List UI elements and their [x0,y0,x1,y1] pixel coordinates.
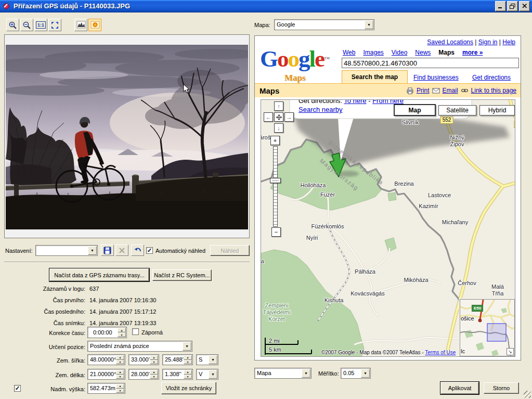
map-provider-select[interactable]: Google ▼ [274,19,374,30]
help-link[interactable]: Help [502,38,515,46]
spin-down-icon[interactable]: ▼ [150,360,158,365]
preview-button[interactable]: Náhled [210,245,250,256]
auto-preview-checkbox[interactable]: ✓ [146,247,153,254]
terms-of-use-link[interactable]: Terms of Use [425,350,456,355]
spin-up-icon[interactable]: ▲ [150,370,158,375]
longitude-sec-value: 1.308'' [165,371,181,377]
sunlight-button[interactable] [88,19,101,31]
map-search-input[interactable] [342,58,519,68]
latitude-sec-spinner[interactable]: 25.488'' ▲▼ [162,354,193,365]
position-mode-select[interactable]: Poslední známá pozice ▼ [87,341,192,352]
overview-minimap[interactable]: E50 ošice lc ↘ [460,299,515,356]
restore-button[interactable] [507,1,518,11]
nav-web[interactable]: Web [343,49,355,56]
histogram-button[interactable] [74,19,87,31]
scale-select[interactable]: 0.05 ▼ [341,368,371,379]
chevron-down-icon[interactable]: ▼ [183,342,191,351]
spin-down-icon[interactable]: ▼ [184,360,192,365]
email-link[interactable]: Email [443,87,458,94]
nav-news[interactable]: News [415,49,431,56]
saved-locations-link[interactable]: Saved Locations [427,38,473,46]
pan-right-button[interactable]: → [284,112,294,122]
spin-down-icon[interactable]: ▼ [116,389,124,393]
pan-center-button[interactable] [274,112,283,122]
spin-up-icon[interactable]: ▲ [184,370,192,375]
chevron-down-icon[interactable]: ▼ [88,246,97,255]
nav-images[interactable]: Images [363,49,383,56]
pan-left-button[interactable]: ← [264,112,273,122]
spin-up-icon[interactable]: ▲ [116,370,124,375]
chevron-down-icon[interactable]: ▼ [209,370,217,379]
hybrid-view-button[interactable]: Hybrid [479,105,515,115]
map-view-button[interactable]: Map [394,104,436,116]
fit-to-window-button[interactable] [48,19,61,31]
undo-button[interactable] [131,244,144,256]
latitude-hemisphere-select[interactable]: S ▼ [196,354,218,365]
longitude-hemisphere-select[interactable]: V ▼ [196,369,218,380]
spin-down-icon[interactable]: ▼ [118,332,126,337]
tab-find-businesses[interactable]: Find businesses [413,74,459,81]
longitude-deg-spinner[interactable]: 21.00000° ▲▼ [87,369,125,380]
print-link[interactable]: Print [417,87,430,94]
pan-down-button[interactable]: ↓ [274,123,283,133]
tab-search-the-map[interactable]: Search the map [342,70,408,83]
sign-in-link[interactable]: Sign in [478,38,498,46]
link-to-page-link[interactable]: Link to this page [471,87,516,94]
longitude-sec-spinner[interactable]: 1.308'' ▲▼ [162,369,193,380]
nav-video[interactable]: Video [392,49,407,56]
tab-get-directions[interactable]: Get directions [472,74,511,81]
spin-up-icon[interactable]: ▲ [116,355,124,360]
spin-up-icon[interactable]: ▲ [150,355,158,360]
spin-up-icon[interactable]: ▲ [118,328,126,332]
close-button[interactable] [519,1,530,11]
negative-checkbox[interactable] [132,328,139,335]
close-icon [522,3,528,9]
map-canvas[interactable]: Get directions: To here - From here Sear… [261,99,515,357]
map-label: Hollóháza [301,182,326,189]
search-nearby-link[interactable]: Search nearby [299,106,343,113]
zoom-slider-track[interactable] [273,146,278,227]
latitude-deg-spinner[interactable]: 48.00000° ▲▼ [87,354,125,365]
to-here-link[interactable]: To here [344,99,366,105]
zoom-in-map-button[interactable]: + [270,136,280,145]
time-correction-spinner[interactable]: 0:00:00 ▲▼ [87,327,127,338]
zoom-actual-size-button[interactable]: 1:1 [34,19,47,31]
negative-label: Záporná [141,329,163,336]
apply-button[interactable]: Aplikovat [440,382,479,394]
delete-preset-button[interactable] [115,244,128,256]
zoom-out-map-button[interactable]: − [271,227,281,237]
chevron-down-icon[interactable]: ▼ [302,369,310,378]
longitude-min-value: 28.000' [131,371,150,377]
minimap-collapse-button[interactable]: ↘ [507,348,514,355]
chevron-down-icon[interactable]: ▼ [365,20,373,29]
nav-more[interactable]: more » [462,49,483,56]
save-preset-button[interactable] [101,244,114,256]
cancel-button[interactable]: Storno [484,382,519,394]
zoom-out-button[interactable] [20,19,33,31]
minimize-button[interactable] [495,1,506,11]
altitude-label: Nadm. výška: [4,386,85,392]
chevron-down-icon[interactable]: ▼ [209,355,217,364]
zoom-slider-handle[interactable] [270,178,281,183]
spin-up-icon[interactable]: ▲ [184,355,192,360]
satellite-view-button[interactable]: Satellite [438,105,476,115]
titlebar[interactable]: Přiřazení GPS údajů - P1140033.JPG [0,0,532,12]
spin-down-icon[interactable]: ▼ [150,375,158,379]
map-mode-select[interactable]: Mapa ▼ [254,368,312,379]
longitude-min-spinner[interactable]: 28.000' ▲▼ [128,369,159,380]
settings-preset-select[interactable]: ▼ [35,245,98,256]
pan-up-button[interactable]: ↑ [274,101,283,111]
altitude-spinner[interactable]: 582.473m ▲▼ [87,383,125,394]
chevron-down-icon[interactable]: ▼ [361,369,370,378]
spin-down-icon[interactable]: ▼ [116,360,124,365]
zoom-in-button[interactable] [6,19,19,31]
spin-down-icon[interactable]: ▼ [116,375,124,379]
paste-from-clipboard-button[interactable]: Vložit ze schránky [161,382,216,394]
spin-up-icon[interactable]: ▲ [116,384,124,389]
load-gps-track-button[interactable]: Načíst data z GPS záznamu trasy... [49,268,149,281]
resize-grip[interactable] [524,391,531,398]
spin-down-icon[interactable]: ▼ [184,375,192,379]
photo-preview[interactable] [4,34,250,238]
load-rc-system-button[interactable]: Načíst z RC System... [152,269,212,281]
latitude-min-spinner[interactable]: 33.000' ▲▼ [128,354,159,365]
